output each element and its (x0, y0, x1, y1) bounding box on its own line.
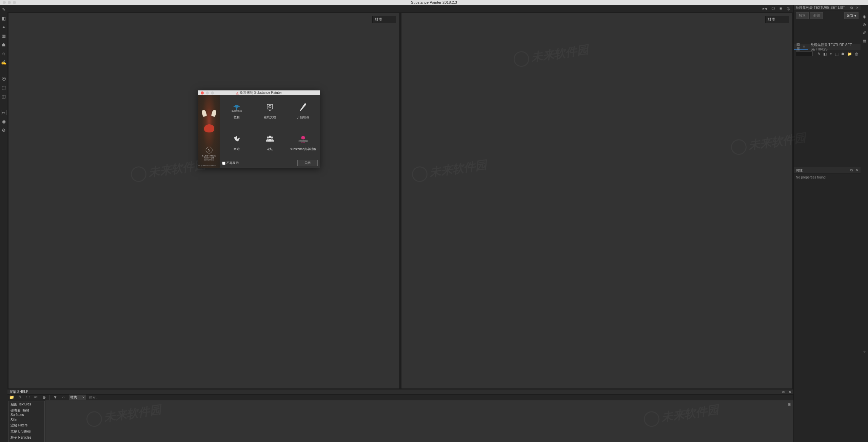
iray-icon[interactable]: ◉ (1, 119, 6, 124)
eraser-tool-icon[interactable]: ◧ (1, 16, 6, 21)
adjust-icon[interactable]: ⟐ (863, 349, 866, 354)
shelf-category-item[interactable]: 笔刷 Brushes (8, 428, 44, 435)
brush-tool-icon[interactable]: ✎ (1, 7, 6, 12)
camera-icon[interactable]: ■ (780, 6, 782, 11)
scope-icon[interactable]: ○ (61, 395, 66, 400)
viewport-mode-toolbar: ▸◂ ⬡ ■ ◎ (7, 5, 793, 12)
shelf-category-item[interactable]: 粒子 Particles (8, 435, 44, 441)
dont-show-checkbox[interactable]: 不再显示 (222, 161, 239, 165)
perspective-icon[interactable]: ⬡ (771, 6, 775, 11)
shelf-category-item[interactable]: 工具 Tools (8, 441, 44, 442)
left-toolbar: ✎ ◧ ✦ ▦ ☗ ⎌ ✍ ⦿ ⬚ ◫ Ps ◉ ⚙ (0, 5, 7, 442)
filter-icon[interactable]: ▼ (53, 395, 58, 400)
viewport-3d[interactable]: 材质 未来软件园 (8, 13, 400, 389)
svg-point-4 (267, 136, 269, 139)
welcome-website-button[interactable]: 网站 (220, 127, 253, 159)
add-folder-icon[interactable]: 📁 (847, 52, 852, 56)
main-titlebar: Substance Painter 2018.2.3 (0, 0, 868, 5)
render-icon[interactable]: ◎ (787, 6, 790, 11)
tsl-popout-icon[interactable]: ⧉ (850, 6, 853, 9)
properties-empty-text: No properties found (794, 173, 861, 181)
select-tool-icon[interactable]: ◫ (1, 93, 6, 99)
clone-tool-icon[interactable]: ⎌ (1, 51, 6, 56)
welcome-start-button[interactable]: 开始绘画 (287, 95, 320, 127)
shelf-close-icon[interactable]: ✕ (788, 390, 791, 394)
tab-layers[interactable]: 图层 ✕ (794, 44, 808, 50)
welcome-artwork: S SUBSTANCE PAINTER 3D PAINTING Art by B… (198, 95, 220, 168)
tag-remove-icon[interactable]: ✕ (82, 396, 85, 399)
material-picker-icon[interactable]: ✍ (1, 60, 6, 65)
tab-close-icon[interactable]: ✕ (803, 45, 805, 48)
svg-point-5 (269, 135, 271, 138)
app-title: Substance Painter 2018.2.3 (0, 0, 868, 4)
shader-settings-icon[interactable]: ⊚ (863, 22, 866, 27)
particle-tool-icon[interactable]: ⦿ (1, 76, 6, 81)
viewport-2d[interactable]: 材质 未来软件园 未来软件园 未来软件园 (401, 13, 793, 389)
welcome-docs-button[interactable]: 在线文档 (253, 95, 287, 127)
shelf-panel: 展架 SHELF ⧉ ✕ 📁 ⎘ ⬚ 👁 ⊕ ▼ ○ 材质 ... ✕ (7, 390, 793, 442)
svg-point-3 (270, 106, 270, 107)
svg-text:SUBSTANCE: SUBSTANCE (298, 140, 308, 142)
shelf-category-item[interactable]: 贴图 Textures (8, 401, 44, 407)
history-icon[interactable]: ↺ (863, 30, 866, 35)
mask-tool-icon[interactable]: ⬚ (1, 85, 6, 90)
add-fill-icon[interactable]: ✦ (829, 52, 832, 56)
grid-view-icon[interactable]: ⊞ (788, 402, 791, 407)
svg-point-6 (271, 136, 273, 139)
log-icon[interactable]: ▤ (863, 39, 866, 43)
delete-icon[interactable]: 🗑 (855, 52, 859, 56)
welcome-tutorial-button[interactable]: SUBSTANCE 教程 (220, 95, 253, 127)
prop-close-icon[interactable]: ✕ (856, 168, 859, 172)
projection-tool-icon[interactable]: ✦ (1, 24, 6, 30)
settings-icon[interactable]: ⚙ (1, 127, 6, 133)
layer-toolbar: ✎ ◧ ✦ ⬚ ☗ 📁 🗑 (794, 50, 861, 58)
welcome-share-button[interactable]: SUBSTANCESHARE Substance共享社区 (287, 127, 320, 159)
import-icon[interactable]: ⬚ (25, 395, 31, 400)
smudge-tool-icon[interactable]: ☗ (1, 42, 6, 47)
texture-set-list-title: 纹理集列表 TEXTURE SET LIST (796, 5, 845, 10)
add-mask-icon[interactable]: ◧ (823, 52, 827, 56)
welcome-close-button[interactable]: 关闭 (297, 160, 318, 166)
shelf-categories: 贴图 Textures硬表面 Hard SurfacesSkin滤镜 Filte… (8, 401, 45, 442)
all-button[interactable]: 全部 (810, 12, 823, 19)
properties-title: 属性 (796, 168, 803, 173)
fill-tool-icon[interactable]: ▦ (1, 33, 6, 39)
welcome-dialog: ◬ 欢迎来到 Substance Painter S SUBSTANCE PAI… (198, 90, 320, 168)
welcome-forum-button[interactable]: 论坛 (253, 127, 287, 159)
blend-mode-dropdown[interactable] (796, 51, 813, 56)
folder-icon[interactable]: 📁 (9, 395, 14, 400)
shelf-popout-icon[interactable]: ⧉ (782, 390, 785, 394)
shelf-content[interactable]: ⊞ 未来软件园 未来软件园 (45, 400, 793, 442)
viewport-2d-label[interactable]: 材质 (765, 16, 789, 23)
symmetry-icon[interactable]: ▸◂ (763, 6, 767, 11)
welcome-title: ◬ 欢迎来到 Substance Painter (198, 90, 320, 95)
svg-text:SUBSTANCE: SUBSTANCE (232, 110, 242, 112)
solo-button[interactable]: 独立 (796, 12, 809, 19)
settings-dropdown[interactable]: 设置 ▾ (844, 12, 859, 19)
prop-popout-icon[interactable]: ⧉ (850, 168, 853, 172)
photoshop-icon[interactable]: Ps (1, 110, 6, 115)
add-icon[interactable]: ⊕ (41, 395, 47, 400)
add-group-icon[interactable]: ☗ (841, 52, 845, 56)
new-icon[interactable]: ⎘ (17, 395, 22, 400)
add-effect-icon[interactable]: ✎ (817, 52, 821, 56)
shelf-category-item[interactable]: 硬表面 Hard Surfaces (8, 407, 44, 417)
filter-tag: 材质 ... ✕ (69, 395, 86, 400)
right-toolbar: ◉ ⊚ ↺ ▤ ⟐ (861, 5, 868, 442)
svg-text:SHARE: SHARE (301, 142, 305, 143)
shelf-category-item[interactable]: Skin (8, 417, 44, 422)
shelf-title: 展架 SHELF (9, 390, 28, 394)
viewport-3d-label[interactable]: 材质 (372, 16, 396, 23)
shelf-search-input[interactable] (89, 396, 130, 399)
display-settings-icon[interactable]: ◉ (863, 14, 866, 19)
shelf-category-item[interactable]: 滤镜 Filters (8, 422, 44, 428)
tab-texture-set-settings[interactable]: 纹理集设置 TEXTURE SET SETTINGS (808, 44, 861, 50)
tsl-close-icon[interactable]: ✕ (856, 6, 859, 9)
hide-icon[interactable]: 👁 (33, 395, 39, 400)
add-layer-icon[interactable]: ⬚ (835, 52, 839, 56)
